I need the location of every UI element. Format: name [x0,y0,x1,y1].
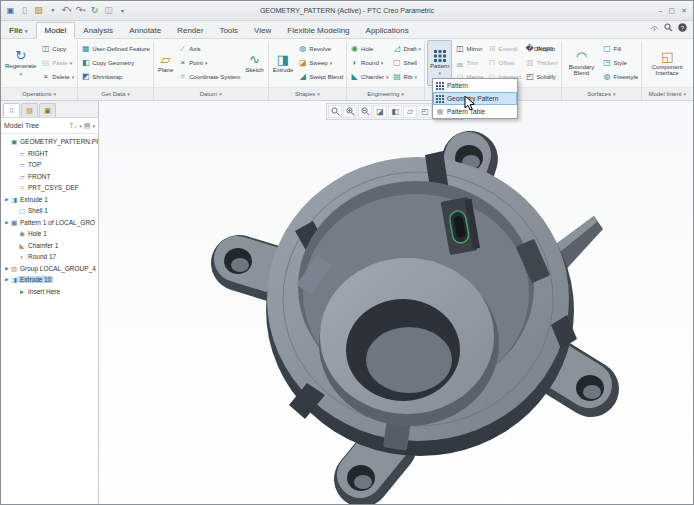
zoom-refit-icon[interactable] [328,105,342,118]
extrude-button[interactable]: ◨ Extrude [271,40,296,86]
group-label-surfaces[interactable]: Surfaces▾ [562,87,642,100]
tree-item-hole-1[interactable]: ◉Hole 1 [9,228,98,240]
tree-item-part[interactable]: ▣GEOMETRY_PATTERN.PRT [1,136,98,148]
point-button[interactable]: ×Point▾ [177,57,241,70]
tree-item-csys[interactable]: ⌗PRT_CSYS_DEF [9,182,98,194]
group-label-shapes[interactable]: Shapes▾ [269,87,346,100]
search-icon[interactable] [664,23,673,32]
close-button[interactable]: ✕ [681,7,687,15]
tab-applications[interactable]: Applications [358,23,417,38]
menu-item-pattern-table[interactable]: ▦ Pattern Table [433,105,517,118]
round-button[interactable]: ◗Round▾ [349,57,390,70]
tree-item-right[interactable]: ▱RIGHT [9,148,98,160]
modify-icon[interactable]: ↻ [89,5,100,16]
axis-button[interactable]: ⁄Axis [177,43,241,56]
open-file-icon[interactable]: ▨ [33,5,44,16]
tab-render[interactable]: Render [169,23,211,38]
user-defined-feature-button[interactable]: ▦User-Defined Feature [80,43,151,56]
redo-icon[interactable]: ↷▾ [75,5,86,16]
windows-icon[interactable]: ◫ [103,5,114,16]
mirror-button[interactable]: ◫Mirror [454,43,484,56]
sweep-button[interactable]: ◪Sweep▾ [297,57,344,70]
hole-button[interactable]: ◉Hole [349,43,390,56]
group-label-operations[interactable]: Operations▾ [1,87,77,100]
revolve-button[interactable]: ◍Revolve [297,43,344,56]
draft-button[interactable]: ◿Draft▾ [392,43,423,56]
offset-button[interactable]: ⊓Offset [486,57,522,70]
graphics-area[interactable]: ◪ ◧ ▱ ◰ ▤ ◫ [99,101,693,505]
tab-tools[interactable]: Tools [211,23,246,38]
customize-menu-icon[interactable]: ▾ [117,5,128,16]
saved-orientations-icon[interactable]: ◰ [418,105,432,118]
datum-display-icon[interactable]: ▱ [403,105,417,118]
tree-item-extrude-1[interactable]: ▶◨Extrude 1 [1,194,98,206]
tree-item-round-17[interactable]: ◗Round 17 [9,251,98,263]
tree-item-front[interactable]: ▱FRONT [9,171,98,183]
tree-item-shell-1[interactable]: ▢Shell 1 [9,205,98,217]
paste-button[interactable]: ▤Paste▾ [40,57,75,70]
undo-icon[interactable]: ↶▾ [61,5,72,16]
tree-item-insert-here[interactable]: ►Insert Here [9,286,98,298]
ribbon: ↻ Regenerate▾ ◫Copy ▤Paste▾ ×Delete▾ Ope… [1,39,693,101]
zoom-out-icon[interactable] [358,105,372,118]
tree-item-top[interactable]: ▱TOP [9,159,98,171]
new-file-icon[interactable]: ▯ [19,5,30,16]
menu-item-geometry-pattern[interactable]: Geometry Pattern [433,92,517,105]
tree-item-extrude-10[interactable]: ▶◨Extrude 10 [1,274,98,286]
tab-file[interactable]: File ▾ [1,23,36,38]
favorites-tab[interactable]: ▣ [39,103,56,117]
copy-button[interactable]: ◫Copy [40,43,75,56]
plane-button[interactable]: ▱ Plane [156,40,175,86]
folder-browser-tab[interactable]: ▨ [21,103,38,117]
group-label-model-intent[interactable]: Model Intent▾ [642,87,692,100]
tab-annotate[interactable]: Annotate [121,23,169,38]
shell-button[interactable]: ▢Shell [392,57,423,70]
connect-icon[interactable] [650,23,659,32]
tab-model[interactable]: Model [36,22,76,39]
chamfer-button[interactable]: ◣Chamfer▾ [349,71,390,84]
delete-button[interactable]: ×Delete▾ [40,71,75,84]
tree-filters-arrow[interactable]: ▾ [92,123,95,129]
tab-view[interactable]: View [246,23,279,38]
group-label-get-data[interactable]: Get Data▾ [78,87,153,100]
tree-item-pattern-1[interactable]: ▶▦Pattern 1 of LOCAL_GRO [1,217,98,229]
tree-settings-arrow[interactable]: ▾ [79,123,82,129]
extend-button[interactable]: ⊞Extend [486,43,522,56]
copy-geometry-button[interactable]: ◧Copy Geometry [80,57,151,70]
3d-model-part[interactable] [99,101,693,505]
shrinkwrap-button[interactable]: ◩Shrinkwrap [80,71,151,84]
model-tree-tab[interactable]: ⁞⁞ [3,103,20,117]
freestyle-button[interactable]: ◍Freestyle [602,71,640,84]
maximize-button[interactable]: ▢ [669,7,676,15]
zoom-in-icon[interactable] [343,105,357,118]
repaint-icon[interactable]: ◪ [373,105,387,118]
display-style-icon[interactable]: ◧ [388,105,402,118]
help-icon[interactable]: ? [678,23,687,32]
tab-analysis[interactable]: Analysis [75,23,121,38]
tree-settings-icon[interactable]: T↓ [70,122,78,129]
tree-item-chamfer-1[interactable]: ◣Chamfer 1 [9,240,98,252]
style-button[interactable]: ◳Style [602,57,640,70]
trim-button[interactable]: ◛Trim [454,57,484,70]
group-label-engineering[interactable]: Engineering▾ [347,87,424,100]
rib-button[interactable]: ▤Rib▾ [392,71,423,84]
solidify-button[interactable]: ◰Solidify [525,71,559,84]
tree-filters-icon[interactable]: ▤ [84,122,91,130]
save-icon[interactable]: ▪ [47,5,58,16]
coordinate-system-button[interactable]: ⌗Coordinate System [177,71,241,84]
fill-button[interactable]: ▢Fill [602,43,640,56]
swept-blend-button[interactable]: ◢Swept Blend [297,71,344,84]
sketch-button[interactable]: ∿ Sketch [243,40,265,86]
app-logo-icon[interactable]: ▣ [5,5,16,16]
minimize-button[interactable]: – [659,7,663,15]
tree-item-group-local-group-4[interactable]: ▶▧Group LOCAL_GROUP_4 [1,263,98,275]
group-label-datum[interactable]: Datum▾ [154,87,268,100]
regenerate-button[interactable]: ↻ Regenerate▾ [3,40,38,86]
window-controls: – ▢ ✕ [659,7,693,15]
tab-flexible-modeling[interactable]: Flexible Modeling [279,23,357,38]
menu-item-pattern[interactable]: Pattern [433,79,517,92]
thicken-button[interactable]: ▥Thicken [525,57,559,70]
boundary-blend-button[interactable]: ◠ Boundary Blend [564,40,600,86]
component-interface-button[interactable]: ◱ Component Interface [644,40,690,86]
project-button[interactable]: �okemProject [525,43,559,56]
